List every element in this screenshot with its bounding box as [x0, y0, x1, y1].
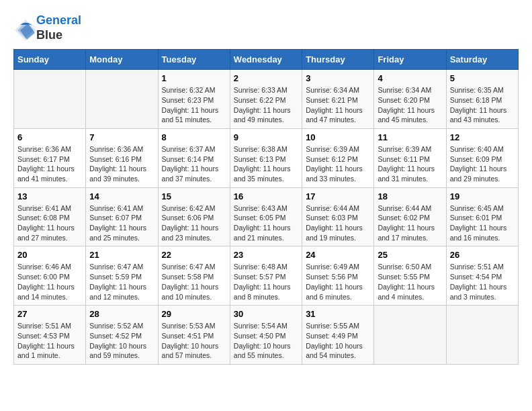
- calendar-table: SundayMondayTuesdayWednesdayThursdayFrid…: [13, 49, 519, 365]
- day-number: 29: [162, 309, 226, 319]
- day-cell: 25Sunrise: 6:50 AMSunset: 5:55 PMDayligh…: [374, 246, 446, 306]
- day-info: Sunrise: 6:39 AMSunset: 6:12 PMDaylight:…: [306, 144, 370, 184]
- day-cell: 24Sunrise: 6:49 AMSunset: 5:56 PMDayligh…: [302, 246, 374, 306]
- header-cell-saturday: Saturday: [446, 50, 518, 70]
- day-cell: 13Sunrise: 6:41 AMSunset: 6:08 PMDayligh…: [14, 187, 86, 246]
- week-row-4: 20Sunrise: 6:46 AMSunset: 6:00 PMDayligh…: [14, 246, 519, 306]
- day-number: 24: [306, 250, 370, 260]
- day-number: 7: [89, 132, 154, 142]
- day-info: Sunrise: 6:47 AMSunset: 5:58 PMDaylight:…: [162, 262, 226, 302]
- day-number: 18: [378, 191, 442, 201]
- day-number: 3: [306, 73, 370, 83]
- day-info: Sunrise: 6:50 AMSunset: 5:55 PMDaylight:…: [378, 262, 442, 302]
- day-cell: [86, 70, 158, 129]
- day-cell: [14, 70, 86, 129]
- day-cell: 3Sunrise: 6:34 AMSunset: 6:21 PMDaylight…: [302, 70, 374, 129]
- day-number: 9: [234, 132, 298, 142]
- week-row-2: 6Sunrise: 6:36 AMSunset: 6:17 PMDaylight…: [14, 128, 519, 187]
- day-info: Sunrise: 6:34 AMSunset: 6:21 PMDaylight:…: [306, 85, 370, 125]
- day-info: Sunrise: 6:46 AMSunset: 6:00 PMDaylight:…: [17, 262, 82, 302]
- day-info: Sunrise: 6:35 AMSunset: 6:18 PMDaylight:…: [450, 85, 515, 125]
- day-number: 10: [306, 132, 370, 142]
- day-cell: 12Sunrise: 6:40 AMSunset: 6:09 PMDayligh…: [446, 128, 518, 187]
- day-number: 8: [162, 132, 226, 142]
- day-number: 6: [17, 132, 82, 142]
- day-info: Sunrise: 6:32 AMSunset: 6:23 PMDaylight:…: [162, 85, 226, 125]
- day-info: Sunrise: 6:45 AMSunset: 6:01 PMDaylight:…: [450, 203, 515, 243]
- day-info: Sunrise: 6:49 AMSunset: 5:56 PMDaylight:…: [306, 262, 370, 302]
- day-number: 28: [89, 309, 154, 319]
- day-info: Sunrise: 6:34 AMSunset: 6:20 PMDaylight:…: [378, 85, 442, 125]
- day-info: Sunrise: 6:36 AMSunset: 6:16 PMDaylight:…: [89, 144, 154, 184]
- day-number: 4: [378, 73, 442, 83]
- day-cell: 31Sunrise: 5:55 AMSunset: 4:49 PMDayligh…: [302, 306, 374, 365]
- header-cell-wednesday: Wednesday: [230, 50, 302, 70]
- day-info: Sunrise: 5:55 AMSunset: 4:49 PMDaylight:…: [306, 321, 370, 361]
- day-cell: 19Sunrise: 6:45 AMSunset: 6:01 PMDayligh…: [446, 187, 518, 246]
- day-info: Sunrise: 6:43 AMSunset: 6:05 PMDaylight:…: [234, 203, 298, 243]
- day-info: Sunrise: 6:47 AMSunset: 5:59 PMDaylight:…: [89, 262, 154, 302]
- day-cell: 23Sunrise: 6:48 AMSunset: 5:57 PMDayligh…: [230, 246, 302, 306]
- day-cell: 14Sunrise: 6:41 AMSunset: 6:07 PMDayligh…: [86, 187, 158, 246]
- day-number: 31: [306, 309, 370, 319]
- day-number: 22: [162, 250, 226, 260]
- day-cell: 29Sunrise: 5:53 AMSunset: 4:51 PMDayligh…: [158, 306, 230, 365]
- day-number: 2: [234, 73, 298, 83]
- day-cell: 10Sunrise: 6:39 AMSunset: 6:12 PMDayligh…: [302, 128, 374, 187]
- day-cell: 21Sunrise: 6:47 AMSunset: 5:59 PMDayligh…: [86, 246, 158, 306]
- day-cell: 1Sunrise: 6:32 AMSunset: 6:23 PMDaylight…: [158, 70, 230, 129]
- day-number: 16: [234, 191, 298, 201]
- header-cell-thursday: Thursday: [302, 50, 374, 70]
- day-number: 17: [306, 191, 370, 201]
- logo-text: General Blue: [36, 13, 81, 42]
- day-cell: [446, 306, 518, 365]
- day-cell: 4Sunrise: 6:34 AMSunset: 6:20 PMDaylight…: [374, 70, 446, 129]
- day-info: Sunrise: 5:51 AMSunset: 4:54 PMDaylight:…: [450, 262, 515, 302]
- day-cell: 20Sunrise: 6:46 AMSunset: 6:00 PMDayligh…: [14, 246, 86, 306]
- day-info: Sunrise: 5:52 AMSunset: 4:52 PMDaylight:…: [89, 321, 154, 361]
- day-info: Sunrise: 6:44 AMSunset: 6:02 PMDaylight:…: [378, 203, 442, 243]
- page-header: General Blue: [13, 13, 519, 42]
- week-row-3: 13Sunrise: 6:41 AMSunset: 6:08 PMDayligh…: [14, 187, 519, 246]
- logo-icon: [13, 18, 34, 38]
- day-info: Sunrise: 6:48 AMSunset: 5:57 PMDaylight:…: [234, 262, 298, 302]
- day-cell: 18Sunrise: 6:44 AMSunset: 6:02 PMDayligh…: [374, 187, 446, 246]
- header-cell-friday: Friday: [374, 50, 446, 70]
- day-cell: 11Sunrise: 6:39 AMSunset: 6:11 PMDayligh…: [374, 128, 446, 187]
- logo: General Blue: [13, 13, 81, 42]
- day-number: 20: [17, 250, 82, 260]
- day-info: Sunrise: 6:37 AMSunset: 6:14 PMDaylight:…: [162, 144, 226, 184]
- day-cell: 27Sunrise: 5:51 AMSunset: 4:53 PMDayligh…: [14, 306, 86, 365]
- day-cell: 7Sunrise: 6:36 AMSunset: 6:16 PMDaylight…: [86, 128, 158, 187]
- header-cell-monday: Monday: [86, 50, 158, 70]
- day-number: 14: [89, 191, 154, 201]
- day-info: Sunrise: 6:41 AMSunset: 6:07 PMDaylight:…: [89, 203, 154, 243]
- day-cell: 26Sunrise: 5:51 AMSunset: 4:54 PMDayligh…: [446, 246, 518, 306]
- day-number: 25: [378, 250, 442, 260]
- day-cell: 30Sunrise: 5:54 AMSunset: 4:50 PMDayligh…: [230, 306, 302, 365]
- day-info: Sunrise: 6:41 AMSunset: 6:08 PMDaylight:…: [17, 203, 82, 243]
- day-cell: 15Sunrise: 6:42 AMSunset: 6:06 PMDayligh…: [158, 187, 230, 246]
- day-info: Sunrise: 6:42 AMSunset: 6:06 PMDaylight:…: [162, 203, 226, 243]
- day-number: 26: [450, 250, 515, 260]
- day-number: 19: [450, 191, 515, 201]
- day-info: Sunrise: 6:39 AMSunset: 6:11 PMDaylight:…: [378, 144, 442, 184]
- day-info: Sunrise: 6:38 AMSunset: 6:13 PMDaylight:…: [234, 144, 298, 184]
- week-row-1: 1Sunrise: 6:32 AMSunset: 6:23 PMDaylight…: [14, 70, 519, 129]
- day-cell: 28Sunrise: 5:52 AMSunset: 4:52 PMDayligh…: [86, 306, 158, 365]
- day-number: 23: [234, 250, 298, 260]
- day-cell: 6Sunrise: 6:36 AMSunset: 6:17 PMDaylight…: [14, 128, 86, 187]
- day-number: 12: [450, 132, 515, 142]
- day-info: Sunrise: 6:36 AMSunset: 6:17 PMDaylight:…: [17, 144, 82, 184]
- day-cell: [374, 306, 446, 365]
- day-cell: 2Sunrise: 6:33 AMSunset: 6:22 PMDaylight…: [230, 70, 302, 129]
- day-number: 27: [17, 309, 82, 319]
- day-info: Sunrise: 5:51 AMSunset: 4:53 PMDaylight:…: [17, 321, 82, 361]
- day-info: Sunrise: 5:54 AMSunset: 4:50 PMDaylight:…: [234, 321, 298, 361]
- header-cell-tuesday: Tuesday: [158, 50, 230, 70]
- day-number: 15: [162, 191, 226, 201]
- day-cell: 17Sunrise: 6:44 AMSunset: 6:03 PMDayligh…: [302, 187, 374, 246]
- day-info: Sunrise: 5:53 AMSunset: 4:51 PMDaylight:…: [162, 321, 226, 361]
- day-info: Sunrise: 6:33 AMSunset: 6:22 PMDaylight:…: [234, 85, 298, 125]
- day-cell: 8Sunrise: 6:37 AMSunset: 6:14 PMDaylight…: [158, 128, 230, 187]
